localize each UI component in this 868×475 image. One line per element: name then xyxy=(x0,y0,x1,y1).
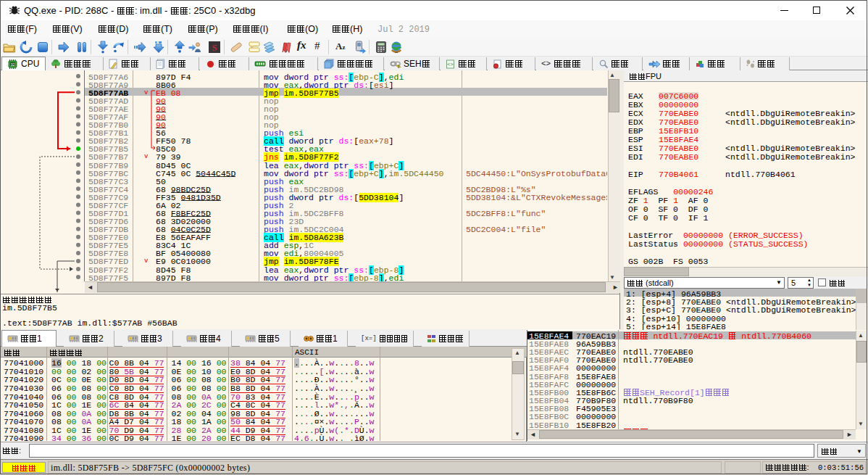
svg-text:<>: <> xyxy=(447,62,453,67)
svg-text:!: ! xyxy=(398,65,399,69)
svg-text:32: 32 xyxy=(10,62,14,66)
svg-text:S: S xyxy=(212,43,217,53)
